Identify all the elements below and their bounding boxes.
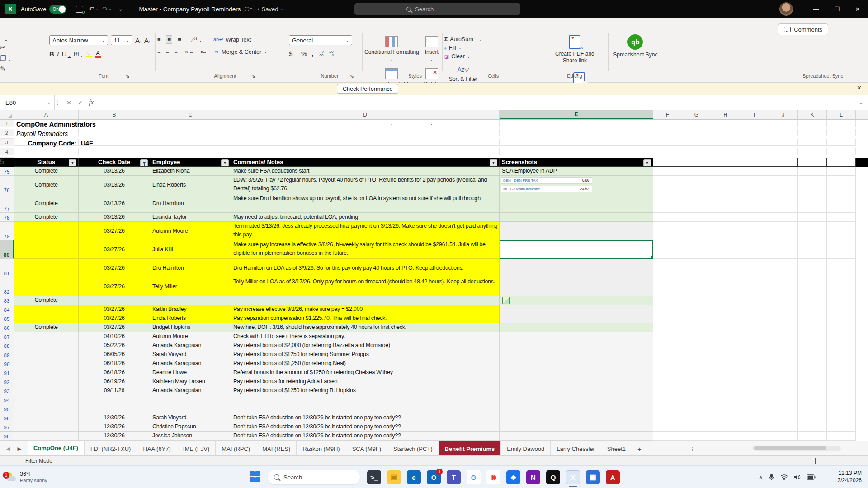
cell[interactable] xyxy=(740,413,769,422)
sheet-nav-prev-icon[interactable]: ◀ xyxy=(6,446,10,452)
cell[interactable] xyxy=(798,332,827,341)
select-all-corner[interactable] xyxy=(0,110,14,119)
cell[interactable] xyxy=(827,350,856,359)
cell[interactable] xyxy=(769,386,798,395)
cell[interactable] xyxy=(798,386,827,395)
percent-style-icon[interactable]: % xyxy=(301,50,307,57)
cell-C77[interactable]: Dru Hamilton xyxy=(150,194,231,213)
cell[interactable] xyxy=(682,332,711,341)
cell-E87[interactable] xyxy=(500,332,653,341)
cell[interactable] xyxy=(682,341,711,350)
cell-A93[interactable] xyxy=(14,386,79,395)
column-header-I[interactable]: I xyxy=(740,110,769,119)
hidden-icons-chevron[interactable]: ∧ xyxy=(759,474,763,480)
sheet-tab-startech-pct[interactable]: Startech (PCT) xyxy=(387,441,439,456)
orientation-icon[interactable]: ⟋ᵃᵇ ⌄ xyxy=(191,36,202,43)
cell[interactable] xyxy=(798,120,827,127)
cell[interactable] xyxy=(711,129,740,136)
merge-center-button[interactable]: ⬄Merge & Center⌄ xyxy=(215,49,267,55)
screenshots-filter-button[interactable]: ▼ xyxy=(643,159,651,167)
cell-A77[interactable]: Complete xyxy=(14,194,79,213)
name-box-splitter[interactable]: ⋮ xyxy=(55,95,61,110)
cell[interactable] xyxy=(711,158,740,167)
cell[interactable] xyxy=(150,120,231,127)
sheet-tab-benefit-premiums[interactable]: Benefit Premiums xyxy=(439,441,501,456)
cell[interactable] xyxy=(798,413,827,422)
cell[interactable] xyxy=(798,422,827,432)
screenshot-thumbnail[interactable]: DEN - DEN PRE TAX6.86 xyxy=(501,177,592,184)
cell[interactable] xyxy=(769,148,798,155)
table-header-C[interactable]: Employee▼ xyxy=(150,158,231,167)
taskbar-app-compass[interactable]: ◈ xyxy=(506,470,520,484)
font-color-button[interactable]: A xyxy=(95,50,101,58)
table-header-B[interactable]: Check Date xyxy=(79,158,150,167)
cell[interactable] xyxy=(769,395,798,404)
cell[interactable] xyxy=(653,314,682,323)
cell[interactable] xyxy=(150,129,231,136)
align-top-icon[interactable]: ≡ xyxy=(157,36,160,43)
cell[interactable] xyxy=(682,259,711,277)
cell[interactable] xyxy=(740,158,769,167)
cell-C78[interactable]: Lucinda Taylor xyxy=(150,213,231,222)
cell[interactable] xyxy=(653,176,682,194)
cell-E89[interactable] xyxy=(500,350,653,359)
sheet-tab-compone-u4f[interactable]: CompOne (U4F) xyxy=(28,441,85,456)
cell[interactable] xyxy=(711,350,740,359)
cell[interactable] xyxy=(769,129,798,136)
decrease-decimal-icon[interactable]: .00→0 xyxy=(328,50,334,57)
cell-B77[interactable]: 03/13/26 xyxy=(79,194,150,213)
cell[interactable] xyxy=(769,404,798,413)
close-button[interactable]: ✕ xyxy=(847,0,868,18)
cell[interactable] xyxy=(798,359,827,368)
cell-D90[interactable]: Pay referral bonus of $1,250 (for referr… xyxy=(231,359,500,368)
cell-E82[interactable] xyxy=(500,277,653,296)
cell[interactable] xyxy=(682,350,711,359)
cell-B90[interactable]: 06/18/26 xyxy=(79,359,150,368)
cell[interactable] xyxy=(798,296,827,305)
align-center-icon[interactable]: ≡ xyxy=(166,48,169,55)
taskbar-app-acrobat[interactable]: A xyxy=(606,470,620,484)
screenshot-thumbnail[interactable]: MED - Health Insuranc24.52 xyxy=(501,186,592,192)
cell[interactable] xyxy=(653,139,682,146)
cell-D98[interactable]: Don't take FSA deduction on 12/30/26 bc … xyxy=(231,432,500,441)
cell[interactable] xyxy=(653,377,682,386)
cell[interactable] xyxy=(711,240,740,259)
cell[interactable] xyxy=(740,368,769,377)
sheet-tab-sca-m9f[interactable]: SCA (M9F) xyxy=(346,441,387,456)
cell[interactable] xyxy=(740,323,769,332)
row-header-78[interactable]: 78 xyxy=(0,213,14,222)
cell[interactable] xyxy=(740,395,769,404)
ribbon-collapse-chevron-icon[interactable]: ⌄ xyxy=(4,36,42,42)
cell[interactable] xyxy=(711,395,740,404)
cell[interactable] xyxy=(682,148,711,155)
cell-C84[interactable]: Kaitlin Bradley xyxy=(150,305,231,314)
confirm-entry-icon[interactable]: ✓ xyxy=(78,99,83,106)
cell[interactable] xyxy=(740,386,769,395)
taskbar-app-chrome[interactable]: ◉ xyxy=(486,470,500,484)
cell[interactable] xyxy=(798,213,827,222)
cell-D92[interactable]: Pay referral bonus for referring Adria L… xyxy=(231,377,500,386)
cell-C97[interactable]: Christine Papscun xyxy=(150,422,231,432)
column-header-H[interactable]: H xyxy=(711,110,740,119)
cell-B95[interactable] xyxy=(79,404,150,413)
cell-E97[interactable] xyxy=(500,422,653,432)
saved-status[interactable]: •Saved⌄ xyxy=(257,6,284,13)
cell[interactable] xyxy=(653,386,682,395)
cell-E88[interactable] xyxy=(500,341,653,350)
cell[interactable] xyxy=(798,432,827,441)
cell[interactable] xyxy=(231,139,500,146)
cell-E92[interactable] xyxy=(500,377,653,386)
cell-A88[interactable] xyxy=(14,341,79,350)
share-people-icon[interactable]: ⚇⁺ xyxy=(244,6,253,13)
cell[interactable] xyxy=(827,158,856,167)
cell[interactable] xyxy=(682,158,711,167)
cell[interactable] xyxy=(653,368,682,377)
cell-B94[interactable] xyxy=(79,395,150,404)
align-bottom-icon[interactable]: ≡ xyxy=(178,36,181,43)
taskbar-app-google[interactable]: G xyxy=(467,470,481,484)
cell[interactable] xyxy=(769,413,798,422)
cell-B87[interactable]: 04/10/26 xyxy=(79,332,150,341)
cell-A79[interactable] xyxy=(14,222,79,240)
taskbar-app-edge[interactable]: e xyxy=(407,470,421,484)
cell-C76[interactable]: Linda Roberts xyxy=(150,176,231,194)
